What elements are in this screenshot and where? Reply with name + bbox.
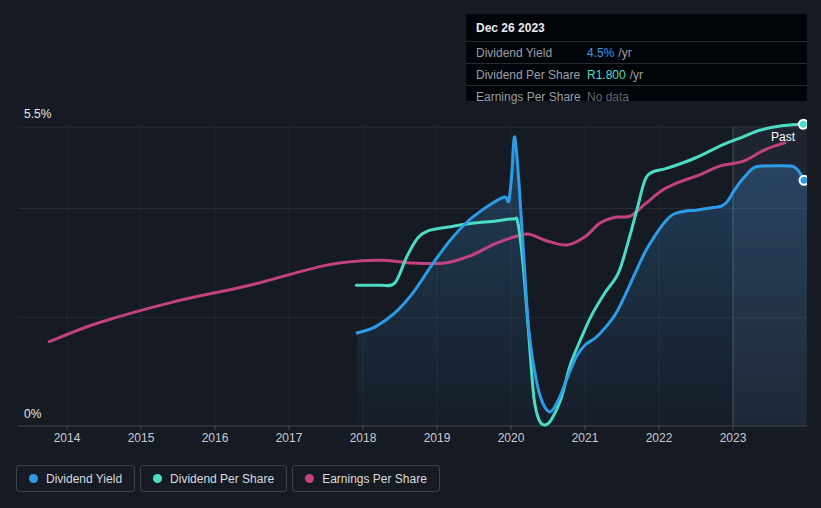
tooltip-unit: /yr [630,68,643,82]
tooltip-value: R1.800 [587,68,626,82]
legend-item-earnings-per-share[interactable]: Earnings Per Share [292,465,440,492]
x-tick-label-2021: 2021 [572,431,599,445]
y-axis-bottom-label: 0% [24,407,42,421]
end-marker-dividend-per-share [799,120,808,129]
tooltip-date: Dec 26 2023 [466,14,807,41]
x-tick-label-2015: 2015 [128,431,155,445]
x-tick-label-2014: 2014 [54,431,81,445]
legend-label: Earnings Per Share [322,472,427,486]
tooltip-value: No data [587,90,629,104]
tooltip-row-dividend-yield: Dividend Yield 4.5% /yr [466,41,807,63]
x-tick-label-2020: 2020 [498,431,525,445]
legend-label: Dividend Per Share [170,472,274,486]
past-label: Past [771,130,796,144]
x-tick-label-2017: 2017 [276,431,303,445]
tooltip-row-earnings-per-share: Earnings Per Share No data [466,85,807,107]
x-tick-label-2018: 2018 [350,431,377,445]
tooltip-label: Dividend Yield [476,46,587,60]
tooltip-label: Earnings Per Share [476,90,587,104]
tooltip-label: Dividend Per Share [476,68,587,82]
x-tick-label-2023: 2023 [720,431,747,445]
legend: Dividend Yield Dividend Per Share Earnin… [16,465,440,492]
past-band [733,127,807,426]
end-marker-dividend-yield [800,176,809,185]
dividend-yield-dot-icon [29,474,38,483]
legend-item-dividend-yield[interactable]: Dividend Yield [16,465,135,492]
tooltip-unit: /yr [618,46,631,60]
dividend-per-share-dot-icon [153,474,162,483]
x-tick-label-2019: 2019 [424,431,451,445]
date-tooltip: Dec 26 2023 Dividend Yield 4.5% /yr Divi… [466,14,807,101]
tooltip-row-dividend-per-share: Dividend Per Share R1.800 /yr [466,63,807,85]
legend-item-dividend-per-share[interactable]: Dividend Per Share [140,465,287,492]
legend-label: Dividend Yield [46,472,122,486]
x-tick-label-2016: 2016 [202,431,229,445]
tooltip-value: 4.5% [587,46,614,60]
x-tick-label-2022: 2022 [646,431,673,445]
y-axis-top-label: 5.5% [24,107,52,121]
dividend-history-panel: 2014201520162017201820192020202120222023… [0,0,821,508]
earnings-per-share-dot-icon [305,474,314,483]
